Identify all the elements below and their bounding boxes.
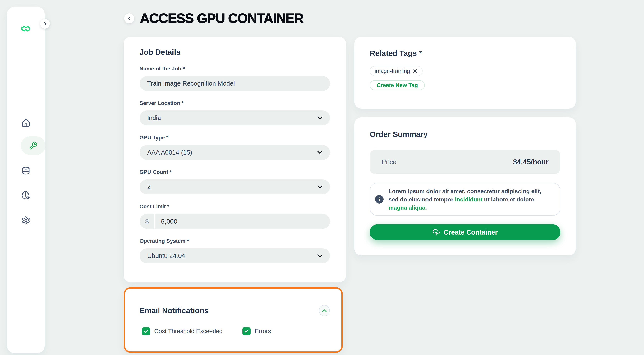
cost-threshold-checkbox[interactable]: [142, 327, 150, 335]
chevron-left-icon: [127, 16, 131, 20]
operating-system-select[interactable]: Ubuntu 24.04: [140, 248, 330, 263]
remove-tag-icon[interactable]: [413, 68, 418, 73]
field-server-location: Server Location * India: [140, 100, 330, 125]
chevron-right-icon: [43, 22, 47, 26]
chevron-up-icon: [322, 309, 326, 312]
field-job-name: Name of the Job *: [140, 66, 330, 91]
cloud-upload-icon: [432, 228, 440, 236]
server-location-label: Server Location *: [140, 100, 330, 106]
logo: [7, 26, 45, 31]
tag-label: image-training: [375, 68, 410, 74]
job-name-input-value[interactable]: [147, 80, 322, 87]
field-operating-system: Operating System * Ubuntu 24.04: [140, 238, 330, 263]
currency-prefix: $: [140, 214, 154, 229]
job-name-label: Name of the Job *: [140, 66, 330, 72]
chevron-down-icon: [318, 116, 322, 119]
field-cost-limit: Cost Limit * $: [140, 204, 330, 229]
infinity-logo-icon: [21, 26, 31, 31]
gpu-type-select[interactable]: AAA A0014 (15): [140, 145, 330, 160]
gpu-count-select[interactable]: 2: [140, 179, 330, 194]
sidebar-item-settings[interactable]: [7, 216, 45, 225]
notification-option-cost-threshold: Cost Threshold Exceeded: [142, 327, 222, 335]
create-new-tag-button[interactable]: Create New Tag: [370, 80, 425, 90]
back-button[interactable]: [124, 13, 134, 23]
job-details-title: Job Details: [140, 48, 330, 56]
gpu-count-label: GPU Count *: [140, 169, 330, 175]
chevron-down-icon: [318, 185, 322, 188]
page-title: ACCESS GPU CONTAINER: [140, 11, 304, 26]
field-gpu-count: GPU Count * 2: [140, 169, 330, 194]
field-gpu-type: GPU Type * AAA A0014 (15): [140, 135, 330, 160]
errors-checkbox[interactable]: [242, 327, 250, 335]
info-text: Lorem ipsum dolor sit amet, consectetur …: [388, 187, 552, 212]
related-tags-title: Related Tags *: [370, 49, 560, 58]
job-name-input[interactable]: [140, 76, 330, 91]
operating-system-label: Operating System *: [140, 238, 330, 244]
sidebar: [7, 7, 45, 353]
cost-limit-input-value[interactable]: [161, 218, 324, 225]
gpu-type-value: AAA A0014 (15): [147, 149, 192, 156]
tag-chip: image-training: [370, 66, 423, 76]
brain-gear-icon: [21, 191, 31, 200]
chevron-down-icon: [318, 151, 322, 154]
gpu-count-value: 2: [147, 183, 151, 191]
chevron-down-icon: [318, 254, 322, 257]
related-tags-card: Related Tags * image-training Create New…: [354, 37, 576, 109]
price-value: $4.45/hour: [513, 158, 548, 166]
create-container-label: Create Container: [444, 228, 498, 236]
errors-label: Errors: [255, 328, 271, 335]
collapse-button[interactable]: [319, 305, 330, 316]
sidebar-item-database[interactable]: [7, 166, 45, 175]
page-header: ACCESS GPU CONTAINER: [124, 11, 304, 26]
sidebar-expand-button[interactable]: [40, 19, 50, 28]
cost-limit-input-group: $: [140, 214, 330, 229]
order-summary-title: Order Summary: [370, 130, 560, 139]
notification-option-errors: Errors: [242, 327, 271, 335]
database-icon: [22, 166, 30, 175]
sidebar-item-ai-settings[interactable]: [7, 191, 45, 200]
sidebar-item-tools[interactable]: [21, 136, 46, 155]
job-details-card: Job Details Name of the Job * Server Loc…: [124, 37, 346, 282]
email-notifications-card: Email Notifications Cost Threshold Excee…: [124, 287, 343, 353]
gpu-type-label: GPU Type *: [140, 135, 330, 141]
operating-system-value: Ubuntu 24.04: [147, 252, 185, 260]
email-notifications-title: Email Notifications: [140, 306, 208, 315]
cost-limit-label: Cost Limit *: [140, 204, 330, 210]
info-icon: i: [375, 195, 384, 204]
info-box: i Lorem ipsum dolor sit amet, consectetu…: [370, 183, 560, 216]
order-summary-card: Order Summary Price $4.45/hour i Lorem i…: [354, 117, 576, 255]
cost-limit-input[interactable]: [155, 214, 330, 229]
server-location-select[interactable]: India: [140, 110, 330, 125]
wrench-icon: [29, 141, 38, 150]
gear-icon: [22, 216, 30, 225]
create-container-button[interactable]: Create Container: [370, 224, 560, 240]
server-location-value: India: [147, 114, 161, 122]
home-icon: [22, 118, 30, 127]
price-label: Price: [382, 158, 396, 166]
price-row: Price $4.45/hour: [370, 150, 560, 174]
sidebar-item-home[interactable]: [7, 118, 45, 127]
cost-threshold-label: Cost Threshold Exceeded: [154, 328, 222, 335]
